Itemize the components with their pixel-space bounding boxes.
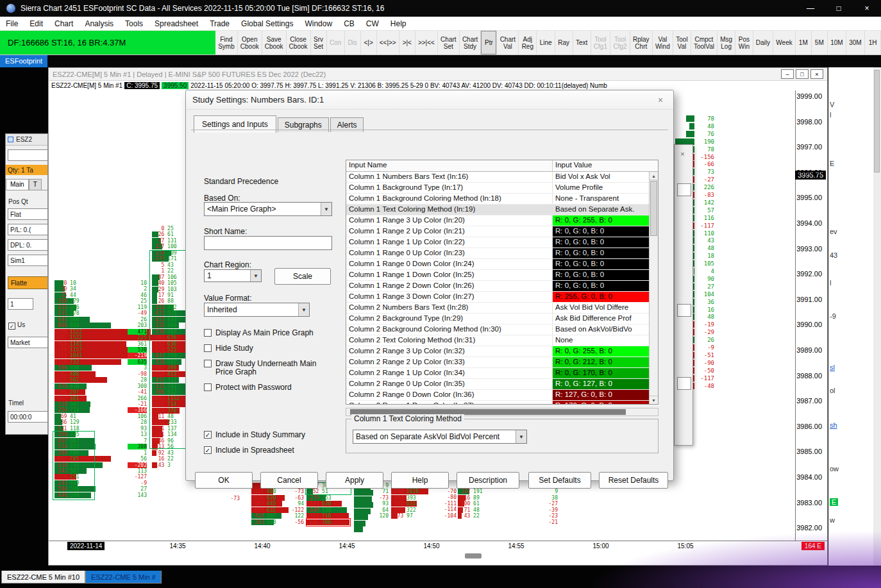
symbol-input[interactable] <box>8 149 48 161</box>
time-in-force-input[interactable]: 00:00:0 <box>8 411 48 423</box>
chart-restore-button[interactable]: □ <box>796 69 809 79</box>
chart-close-button[interactable]: × <box>810 69 823 79</box>
toolbar-button-2[interactable]: SaveCbook <box>262 31 287 55</box>
chart-region-select[interactable]: 1 ▼ <box>204 269 262 282</box>
input-row-11[interactable]: Column 1 Range 3 Down Color (In:27)R: 25… <box>346 292 650 303</box>
input-row-2[interactable]: Column 1 Background Coloring Method (In:… <box>346 194 650 205</box>
input-row-20[interactable]: Column 2 Range 0 Down Color (In:36)R: 12… <box>346 390 650 401</box>
short-name-input[interactable] <box>204 236 332 250</box>
input-row-4[interactable]: Column 1 Range 3 Up Color (In:20)R: 0, G… <box>346 215 650 226</box>
toolbar-button-3[interactable]: CloseCbook <box>287 31 311 55</box>
value-format-select[interactable]: Inherited ▼ <box>204 303 310 317</box>
apply-button[interactable]: Apply <box>326 472 383 489</box>
scroll-up-icon[interactable]: ▲ <box>650 172 658 180</box>
scroll-thumb[interactable] <box>874 70 880 172</box>
toolbar-button-25[interactable]: MsgLog <box>717 31 736 55</box>
menu-item-6[interactable]: Trade <box>204 17 235 30</box>
menu-item-4[interactable]: Tools <box>119 17 149 30</box>
checkbox-2[interactable]: Draw Study Underneath Main Price Graph <box>204 360 326 376</box>
input-row-3[interactable]: Column 1 Text Coloring Method (In:19)Bas… <box>346 205 650 215</box>
toolbar-button-31[interactable]: 10M <box>828 31 846 55</box>
chart-horizontal-scrollbar[interactable] <box>465 553 482 559</box>
menu-item-9[interactable]: CB <box>338 17 360 30</box>
reset-defaults-button[interactable]: Reset Defaults <box>599 472 668 489</box>
coloring-method-select[interactable]: Based on Separate AskVol BidVol Percent … <box>353 430 527 444</box>
toolbar-button-21[interactable]: RplayChrt <box>630 31 653 55</box>
scale-button[interactable]: Scale <box>274 268 331 285</box>
toolbar-button-23[interactable]: ToolVal <box>673 31 691 55</box>
trade-tab-t[interactable]: T <box>29 179 42 190</box>
toolbar-button-29[interactable]: 1M <box>796 31 812 55</box>
menu-item-5[interactable]: Spreadsheet <box>149 17 204 30</box>
toolbar-button-16[interactable]: Line <box>537 31 555 55</box>
flatten-button[interactable]: Flatte <box>8 276 48 289</box>
input-row-9[interactable]: Column 1 Range 1 Down Color (In:25)R: 0,… <box>346 270 650 281</box>
scroll-down-icon[interactable]: ▼ <box>650 396 658 404</box>
input-row-15[interactable]: Column 2 Text Coloring Method (In:31)Non… <box>346 335 650 346</box>
description-button[interactable]: Description <box>457 472 519 489</box>
menu-item-0[interactable]: File <box>0 17 24 30</box>
chart-minimize-button[interactable]: – <box>781 69 794 79</box>
input-row-5[interactable]: Column 1 Range 2 Up Color (In:21)R: 0, G… <box>346 226 650 237</box>
dialog-titlebar[interactable]: Study Settings: Numbers Bars. ID:1 × <box>186 90 673 110</box>
trade-window-titlebar[interactable]: ESZ2 <box>6 134 47 146</box>
input-row-8[interactable]: Column 1 Range 0 Down Color (In:24)R: 0,… <box>346 259 650 270</box>
minimize-button[interactable]: — <box>796 0 825 17</box>
toolbar-button-27[interactable]: Daily <box>753 31 774 55</box>
set-defaults-button[interactable]: Set Defaults <box>528 472 591 489</box>
toolbar-button-1[interactable]: OpenCbook <box>238 31 262 55</box>
background-dialog-close-icon[interactable]: × <box>678 149 687 158</box>
menu-item-8[interactable]: Window <box>299 17 338 30</box>
cancel-button[interactable]: Cancel <box>260 472 318 489</box>
close-button[interactable]: × <box>853 0 881 17</box>
checkbox-5[interactable]: ✓Include in Spreadsheet <box>204 446 326 455</box>
checkbox-4[interactable]: ✓Include in Study Summary <box>204 431 326 439</box>
use-checkbox[interactable]: ✓Us <box>8 321 25 330</box>
menu-item-1[interactable]: Edit <box>24 17 49 30</box>
bottom-tab-chart-1[interactable]: ESZ22-CME 5 Min # <box>85 571 162 584</box>
scroll-thumb[interactable] <box>650 181 657 236</box>
menu-item-3[interactable]: Analysis <box>79 17 119 30</box>
toolbar-button-17[interactable]: Ray <box>555 31 573 55</box>
toolbar-button-9[interactable]: >|< <box>399 31 415 55</box>
input-row-16[interactable]: Column 2 Range 3 Up Color (In:32)R: 0, G… <box>346 346 650 357</box>
input-row-21[interactable]: Column 2 Range 1 Down Color (In:37)R: 17… <box>346 401 650 404</box>
toolbar-button-14[interactable]: ChartVal <box>497 31 519 55</box>
input-row-7[interactable]: Column 1 Range 0 Up Color (In:23)R: 0, G… <box>346 248 650 259</box>
toolbar-button-12[interactable]: ChartStdy <box>460 31 482 55</box>
toolbar-button-28[interactable]: Week <box>773 31 796 55</box>
table-vertical-scrollbar[interactable]: ▲ ▼ <box>649 172 658 404</box>
input-row-14[interactable]: Column 2 Background Coloring Method (In:… <box>346 324 650 335</box>
toolbar-button-18[interactable]: Text <box>573 31 591 55</box>
trade-tab-main[interactable]: Main <box>6 179 29 190</box>
menu-item-7[interactable]: Global Settings <box>235 17 299 30</box>
menu-item-2[interactable]: Chart <box>49 17 79 30</box>
toolbar-button-10[interactable]: >>|<< <box>415 31 438 55</box>
input-row-6[interactable]: Column 1 Range 1 Up Color (In:22)R: 0, G… <box>346 237 650 248</box>
right-scrollbar[interactable] <box>873 67 881 566</box>
help-button[interactable]: Help <box>391 472 449 489</box>
input-row-10[interactable]: Column 1 Range 2 Down Color (In:26)R: 0,… <box>346 281 650 292</box>
input-row-13[interactable]: Column 2 Background Type (In:29)Ask Bid … <box>346 314 650 324</box>
input-row-12[interactable]: Column 2 Numbers Bars Text (In:28)Ask Vo… <box>346 303 650 314</box>
maximize-button[interactable]: □ <box>825 0 853 17</box>
toolbar-button-33[interactable]: 1H <box>865 31 881 55</box>
input-row-19[interactable]: Column 2 Range 0 Up Color (In:35)R: 0, G… <box>346 379 650 390</box>
bottom-tab-chart-10[interactable]: ESZ22-CME 5 Min #10 <box>1 571 85 584</box>
toolbar-button-30[interactable]: 5M <box>812 31 828 55</box>
menu-item-11[interactable]: Help <box>385 17 412 30</box>
use-checkbox-box[interactable]: ✓ <box>8 323 15 330</box>
toolbar-button-7[interactable]: <|> <box>361 31 377 55</box>
toolbar-button-22[interactable]: ValWind <box>653 31 673 55</box>
input-row-18[interactable]: Column 2 Range 1 Up Color (In:34)R: 0, G… <box>346 368 650 379</box>
checkbox-0[interactable]: Display As Main Price Graph <box>204 329 326 337</box>
input-row-1[interactable]: Column 1 Background Type (In:17)Volume P… <box>346 183 650 194</box>
ok-button[interactable]: OK <box>195 472 253 489</box>
order-qty-input[interactable]: 1 <box>8 298 33 310</box>
toolbar-button-13[interactable]: Ptr <box>481 31 497 55</box>
checkbox-3[interactable]: Protect with Password <box>204 383 326 392</box>
input-row-17[interactable]: Column 2 Range 2 Up Color (In:33)R: 0, G… <box>346 357 650 368</box>
toolbar-button-15[interactable]: AdjReg <box>519 31 537 55</box>
workspace-tab-esfootprint[interactable]: ESFootprint <box>0 55 47 67</box>
dialog-close-icon[interactable]: × <box>654 95 667 105</box>
